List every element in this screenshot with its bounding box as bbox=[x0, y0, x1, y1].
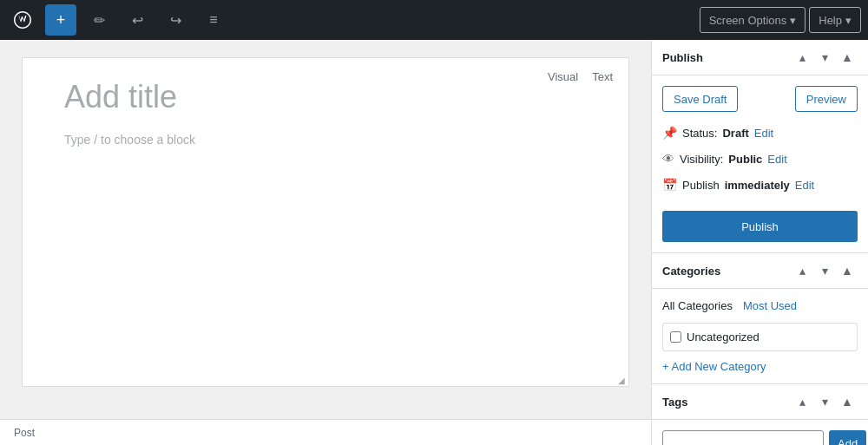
tags-panel-controls: ▴ ▾ ▲ bbox=[792, 391, 858, 412]
chevron-down-icon: ▾ bbox=[790, 14, 796, 27]
wp-logo[interactable] bbox=[7, 4, 38, 36]
publish-panel-title: Publish bbox=[662, 51, 792, 64]
bottom-bar: Post bbox=[0, 419, 651, 445]
status-icon: 📌 bbox=[662, 126, 677, 140]
top-bar-right: Screen Options ▾ Help ▾ bbox=[700, 7, 861, 33]
publish-panel-body: Save Draft Preview 📌 Status: Draft Edit … bbox=[652, 75, 868, 252]
editor-area: Visual Text Add title Type / to choose a… bbox=[0, 40, 651, 445]
categories-list: Uncategorized bbox=[662, 323, 858, 351]
help-label: Help bbox=[819, 14, 842, 27]
status-value: Draft bbox=[722, 127, 748, 140]
publish-panel: Publish ▴ ▾ ▲ Save Draft Preview 📌 Statu… bbox=[652, 40, 868, 253]
main-layout: Visual Text Add title Type / to choose a… bbox=[0, 40, 868, 445]
visibility-value: Public bbox=[728, 153, 762, 166]
publish-panel-header: Publish ▴ ▾ ▲ bbox=[652, 40, 868, 75]
edit-icon-button[interactable]: ✏ bbox=[83, 4, 115, 36]
tags-panel-collapse-btn[interactable]: ▲ bbox=[837, 391, 858, 412]
uncategorized-label: Uncategorized bbox=[687, 330, 760, 344]
menu-button[interactable]: ≡ bbox=[198, 4, 229, 36]
visibility-label: Visibility: bbox=[680, 153, 723, 166]
tags-panel-down-btn[interactable]: ▾ bbox=[814, 391, 835, 412]
categories-panel-up-btn[interactable]: ▴ bbox=[792, 260, 812, 281]
add-new-category-link[interactable]: + Add New Category bbox=[662, 360, 766, 373]
help-chevron-icon: ▾ bbox=[845, 14, 852, 27]
undo-icon: ↩ bbox=[132, 12, 143, 29]
categories-panel-body: All Categories Most Used Uncategorized +… bbox=[652, 289, 868, 383]
publish-timing-label: Publish bbox=[682, 179, 720, 192]
visual-tab[interactable]: Visual bbox=[541, 67, 585, 87]
preview-button[interactable]: Preview bbox=[795, 86, 858, 112]
tags-panel-body: Add bbox=[652, 420, 868, 445]
visibility-row: 👁 Visibility: Public Edit bbox=[662, 148, 858, 169]
categories-panel-down-btn[interactable]: ▾ bbox=[814, 260, 835, 281]
publish-panel-down-btn[interactable]: ▾ bbox=[814, 47, 835, 68]
all-categories-tab[interactable]: All Categories bbox=[662, 299, 733, 312]
publish-panel-up-btn[interactable]: ▴ bbox=[792, 47, 812, 68]
status-row: 📌 Status: Draft Edit bbox=[662, 122, 858, 143]
categories-panel-title: Categories bbox=[662, 265, 792, 278]
categories-tabs: All Categories Most Used bbox=[662, 299, 858, 312]
visibility-edit-link[interactable]: Edit bbox=[767, 153, 786, 166]
add-tag-button[interactable]: Add bbox=[829, 430, 866, 445]
redo-button[interactable]: ↪ bbox=[160, 4, 191, 36]
pencil-icon: ✏ bbox=[94, 12, 105, 29]
text-tab[interactable]: Text bbox=[585, 67, 620, 87]
post-status-label: Post bbox=[14, 427, 35, 439]
category-item-uncategorized[interactable]: Uncategorized bbox=[670, 330, 850, 344]
tags-input[interactable] bbox=[662, 430, 824, 445]
add-title-placeholder[interactable]: Add title bbox=[64, 79, 587, 115]
categories-panel-header: Categories ▴ ▾ ▲ bbox=[652, 253, 868, 289]
status-label: Status: bbox=[682, 127, 717, 140]
calendar-icon: 📅 bbox=[662, 178, 677, 192]
visibility-icon: 👁 bbox=[662, 152, 674, 166]
publish-timing-row: 📅 Publish immediately Edit bbox=[662, 174, 858, 195]
redo-icon: ↪ bbox=[170, 12, 181, 29]
publish-action-buttons: Save Draft Preview bbox=[662, 86, 858, 112]
publish-timing-value: immediately bbox=[725, 179, 790, 192]
tags-panel: Tags ▴ ▾ ▲ Add bbox=[652, 384, 868, 445]
uncategorized-checkbox[interactable] bbox=[670, 331, 681, 343]
categories-panel: Categories ▴ ▾ ▲ All Categories Most Use… bbox=[652, 253, 868, 384]
add-block-button[interactable]: + bbox=[45, 4, 76, 36]
publish-panel-collapse-btn[interactable]: ▲ bbox=[837, 47, 858, 68]
visual-text-tabs: Visual Text bbox=[541, 67, 620, 87]
menu-icon: ≡ bbox=[209, 12, 217, 28]
screen-options-button[interactable]: Screen Options ▾ bbox=[700, 7, 806, 33]
categories-panel-collapse-btn[interactable]: ▲ bbox=[837, 260, 858, 281]
editor-content: Visual Text Add title Type / to choose a… bbox=[0, 40, 651, 419]
publish-button[interactable]: Publish bbox=[662, 211, 858, 242]
most-used-tab[interactable]: Most Used bbox=[743, 299, 797, 312]
undo-button[interactable]: ↩ bbox=[122, 4, 153, 36]
save-draft-button[interactable]: Save Draft bbox=[662, 86, 738, 112]
tags-input-row: Add bbox=[662, 430, 858, 445]
help-button[interactable]: Help ▾ bbox=[809, 7, 861, 33]
publish-timing-edit-link[interactable]: Edit bbox=[795, 179, 814, 192]
tags-panel-title: Tags bbox=[662, 396, 792, 409]
publish-panel-controls: ▴ ▾ ▲ bbox=[792, 47, 858, 68]
status-edit-link[interactable]: Edit bbox=[754, 127, 773, 140]
resize-handle[interactable]: ◢ bbox=[618, 376, 628, 386]
screen-options-label: Screen Options bbox=[709, 14, 787, 27]
block-prompt[interactable]: Type / to choose a block bbox=[64, 133, 587, 147]
sidebar: Publish ▴ ▾ ▲ Save Draft Preview 📌 Statu… bbox=[651, 40, 868, 445]
tags-panel-header: Tags ▴ ▾ ▲ bbox=[652, 384, 868, 420]
tags-panel-up-btn[interactable]: ▴ bbox=[792, 391, 812, 412]
categories-panel-controls: ▴ ▾ ▲ bbox=[792, 260, 858, 281]
content-wrapper: Visual Text Add title Type / to choose a… bbox=[22, 57, 629, 387]
top-bar: + ✏ ↩ ↪ ≡ Screen Options ▾ Help ▾ bbox=[0, 0, 868, 40]
